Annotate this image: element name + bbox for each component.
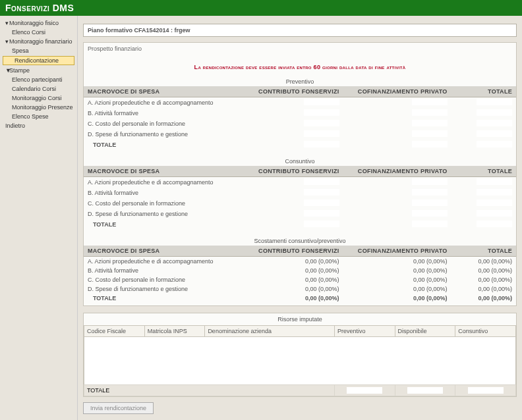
cell-label: C. Costo del personale in formazione [84, 275, 248, 284]
blank-value [412, 178, 448, 185]
table-row-total: TOTALE [84, 385, 516, 396]
app-header: Fonservizi DMS [0, 0, 522, 16]
nav-label: Elenco Corsi [12, 29, 45, 36]
blank-value [304, 99, 339, 105]
nav-label: Stampe [9, 67, 30, 74]
cell-value: 0,00 (0,00%) [343, 266, 451, 275]
col-macro: MACROVOCE DI SPESA [84, 246, 248, 257]
cell-value: 0,00 (0,00%) [451, 275, 516, 284]
table-row: C. Costo del personale in formazione [84, 198, 516, 209]
table-row: A. Azioni propedeutiche e di accompagnam… [84, 177, 516, 188]
risorse-panel: Risorse imputate Codice Fiscale Matricol… [83, 313, 517, 397]
blank-value [304, 199, 339, 206]
risorse-empty-body [84, 337, 516, 384]
cell-value: 0,00 (0,00%) [451, 294, 516, 303]
blank-value [407, 387, 443, 394]
col-totale: TOTALE [451, 86, 516, 97]
nav-stampe[interactable]: ▼Stampe [0, 66, 77, 75]
blank-value [347, 387, 382, 394]
nav-calendario-corsi[interactable]: Calendario Corsi [0, 84, 77, 93]
nav-monitoraggio-corsi[interactable]: Monitoraggio Corsi [0, 93, 77, 103]
cell-label: D. Spese di funzionamento e gestione [84, 209, 248, 219]
nav-label: Rendicontazione [14, 57, 59, 64]
table-row: C. Costo del personale in formazione0,00… [84, 275, 516, 284]
table-header: MACROVOCE DI SPESA CONTRIBUTO FONSERVIZI… [84, 166, 516, 177]
cell-label: A. Azioni propedeutiche e di accompagnam… [84, 257, 248, 267]
cell-value: 0,00 (0,00%) [343, 284, 451, 294]
cell-value: 0,00 (0,00%) [451, 257, 516, 267]
section-scostamenti: Scostamenti consuntivo/preventivo [84, 236, 516, 246]
cell-label: C. Costo del personale in formazione [84, 118, 248, 129]
submit-button[interactable]: Invia rendicontazione [83, 402, 154, 414]
col-macro: MACROVOCE DI SPESA [84, 166, 248, 177]
blank-value [477, 99, 512, 105]
blank-value [477, 130, 512, 137]
nav-label: Monitoraggio fisico [9, 20, 59, 26]
nav-label: Indietro [5, 122, 25, 129]
cell-value: 0,00 (0,00%) [451, 284, 516, 294]
table-row: B. Attività formative [84, 188, 516, 198]
blank-value [477, 120, 512, 126]
cell-label: D. Spese di funzionamento e gestione [84, 129, 248, 140]
nav-elenco-spese[interactable]: Elenco Spese [0, 112, 77, 121]
col-contrib: CONTRIBUTO FONSERVIZI [248, 246, 343, 257]
blank-value [477, 210, 512, 217]
blank-value [412, 130, 448, 137]
blank-value [412, 189, 448, 196]
col-contrib: CONTRIBUTO FONSERVIZI [248, 86, 343, 97]
cell-label: TOTALE [84, 294, 248, 303]
col-totale: TOTALE [451, 166, 516, 177]
nav-monitoraggio-fisico[interactable]: ▾Monitoraggio fisico [0, 18, 77, 28]
nav-label: Elenco partecipanti [12, 76, 63, 83]
cell-value: 0,00 (0,00%) [248, 275, 343, 284]
cell-value: 0,00 (0,00%) [248, 294, 343, 303]
cell-label: A. Azioni propedeutiche e di accompagnam… [84, 97, 248, 109]
nav-label: Monitoraggio finanziario [9, 38, 72, 45]
blank-value [412, 141, 448, 147]
table-row-total: TOTALE [84, 219, 516, 230]
table-row: D. Spese di funzionamento e gestione0,00… [84, 284, 516, 294]
col-cf: Codice Fiscale [84, 326, 145, 337]
cell-value: 0,00 (0,00%) [248, 257, 343, 267]
blank-value [477, 141, 512, 147]
table-row: B. Attività formative0,00 (0,00%)0,00 (0… [84, 266, 516, 275]
nav-label: Spesa [12, 47, 29, 54]
nav-elenco-corsi[interactable]: Elenco Corsi [0, 28, 77, 37]
cell-label: A. Azioni propedeutiche e di accompagnam… [84, 177, 248, 188]
cell-label: D. Spese di funzionamento e gestione [84, 284, 248, 294]
table-scostamenti: MACROVOCE DI SPESA CONTRIBUTO FONSERVIZI… [84, 246, 516, 303]
cell-label: C. Costo del personale in formazione [84, 198, 248, 209]
blank-value [304, 178, 339, 185]
risorse-tot-cons [455, 385, 516, 396]
blank-value [304, 210, 339, 217]
section-consuntivo: Consuntivo [84, 157, 516, 166]
blank-value [304, 120, 339, 126]
col-cofin: COFINANZIAMENTO PRIVATO [343, 166, 451, 177]
nav-label: Monitoraggio Corsi [12, 95, 62, 101]
nav-indietro[interactable]: Indietro [0, 121, 77, 130]
nav-spesa[interactable]: Spesa [0, 46, 77, 55]
alert-message: La rendicontazione deve essere inviata e… [84, 55, 516, 77]
blank-value [412, 210, 448, 217]
blank-value [412, 109, 448, 116]
nav-monitoraggio-finanziario[interactable]: ▾Monitoraggio finanziario [0, 37, 77, 46]
nav-rendicontazione[interactable]: Rendicontazione [3, 56, 74, 65]
sidebar: ▾Monitoraggio fisico Elenco Corsi ▾Monit… [0, 16, 78, 420]
col-cofin: COFINANZIAMENTO PRIVATO [343, 246, 451, 257]
table-consuntivo: MACROVOCE DI SPESA CONTRIBUTO FONSERVIZI… [84, 166, 516, 230]
blank-value [477, 199, 512, 206]
table-header: MACROVOCE DI SPESA CONTRIBUTO FONSERVIZI… [84, 246, 516, 257]
section-preventivo: Preventivo [84, 77, 516, 86]
blank-value [412, 199, 448, 206]
blank-value [468, 387, 504, 394]
nav-monitoraggio-presenze[interactable]: Monitoraggio Presenze [0, 103, 77, 112]
table-row: C. Costo del personale in formazione [84, 118, 516, 129]
main-content: Piano formativo CFA1542014 : frgew Prosp… [78, 16, 522, 420]
financial-panel: Prospetto finanziario La rendicontazione… [83, 42, 517, 306]
table-row: B. Attività formative [84, 108, 516, 118]
risorse-tot-prev [334, 385, 395, 396]
panel-title: Prospetto finanziario [84, 43, 516, 55]
blank-value [304, 189, 339, 196]
blank-value [304, 221, 339, 227]
nav-elenco-partecipanti[interactable]: Elenco partecipanti [0, 75, 77, 84]
